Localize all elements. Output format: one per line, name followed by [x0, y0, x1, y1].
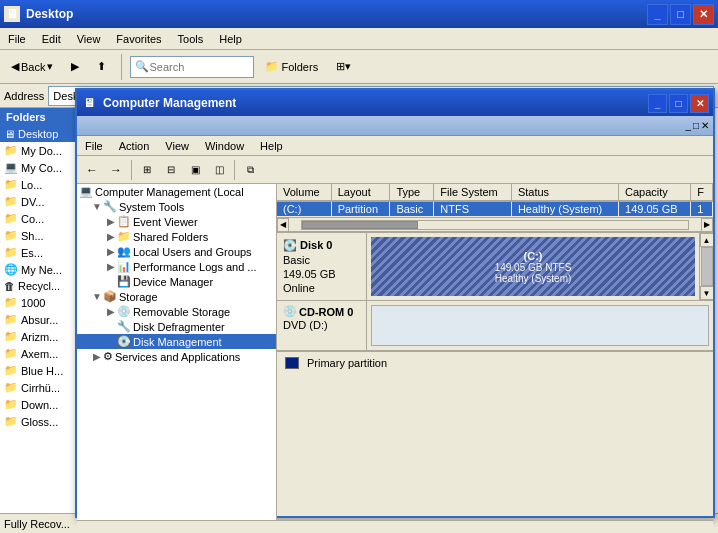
tree-shared-folders-label: Shared Folders: [133, 231, 208, 243]
sidebar-item-myne[interactable]: 🌐 My Ne...: [0, 261, 87, 278]
back-label: Back: [21, 61, 45, 73]
cm-toolbar-btn2[interactable]: ⊟: [160, 159, 182, 181]
cm-toolbar-btn4[interactable]: ◫: [208, 159, 230, 181]
vscroll-down-button[interactable]: ▼: [700, 286, 714, 300]
expand-icon: ▼: [91, 201, 103, 212]
volume-table-area: Volume Layout Type File System Status Ca…: [277, 184, 713, 217]
cm-right-panel: Volume Layout Type File System Status Ca…: [277, 184, 713, 520]
explorer-menu-edit[interactable]: Edit: [34, 31, 69, 47]
disk-0-partition[interactable]: (C:) 149.05 GB NTFS Healthy (System): [371, 237, 695, 296]
cm-inner-minimize[interactable]: _: [685, 120, 691, 131]
cm-toolbar-btn3[interactable]: ▣: [184, 159, 206, 181]
explorer-maximize-button[interactable]: □: [670, 4, 691, 25]
sidebar-item-blueh[interactable]: 📁 Blue H...: [0, 362, 87, 379]
folders-label: Folders: [281, 61, 318, 73]
cm-toolbar-btn5[interactable]: ⧉: [239, 159, 261, 181]
tree-event-viewer[interactable]: ▶ 📋 Event Viewer: [77, 214, 276, 229]
arizm-icon: 📁: [4, 330, 18, 343]
tree-perf-logs[interactable]: ▶ 📊 Performance Logs and ...: [77, 259, 276, 274]
sidebar-item-es[interactable]: 📁 Es...: [0, 244, 87, 261]
tree-disk-management-label: Disk Management: [133, 336, 222, 348]
explorer-menu-help[interactable]: Help: [211, 31, 250, 47]
disk-0-label: 💽 Disk 0 Basic 149.05 GB Online: [277, 233, 367, 300]
search-icon: 🔍: [135, 60, 149, 73]
scroll-thumb[interactable]: [302, 221, 418, 229]
cdrom-icon: 💿: [283, 305, 297, 318]
up-arrow-icon: ⬆: [97, 60, 106, 73]
cm-inner-close[interactable]: ✕: [701, 120, 709, 131]
cm-menu-window[interactable]: Window: [197, 138, 252, 154]
sidebar-item-absur[interactable]: 📁 Absur...: [0, 311, 87, 328]
sidebar-sh-label: Sh...: [21, 230, 44, 242]
back-dropdown-icon: ▾: [47, 60, 53, 73]
sidebar-item-dv[interactable]: 📁 DV...: [0, 193, 87, 210]
back-arrow-icon: ◀: [11, 60, 19, 73]
tree-local-users[interactable]: ▶ 👥 Local Users and Groups: [77, 244, 276, 259]
col-volume: Volume: [277, 184, 331, 201]
forward-button[interactable]: ▶: [64, 57, 86, 76]
back-button[interactable]: ◀ Back ▾: [4, 57, 60, 76]
scroll-track[interactable]: [301, 220, 689, 230]
disk-diagram: 💽 Disk 0 Basic 149.05 GB Online (C:) 149…: [277, 231, 713, 391]
sidebar-item-recycle[interactable]: 🗑 Recycl...: [0, 278, 87, 294]
cm-menu-file[interactable]: File: [77, 138, 111, 154]
up-button[interactable]: ⬆: [90, 57, 113, 76]
sidebar-item-down[interactable]: 📁 Down...: [0, 396, 87, 413]
folders-button[interactable]: 📁 Folders: [258, 57, 325, 76]
cdrom-label: 💿 CD-ROM 0 DVD (D:): [277, 301, 367, 350]
horizontal-scrollbar[interactable]: ◀ ▶: [277, 217, 713, 231]
sidebar-down-label: Down...: [21, 399, 58, 411]
cm-toolbar-sep1: [131, 160, 132, 180]
storage-icon: 📦: [103, 290, 117, 303]
tree-disk-management[interactable]: 💽 Disk Management: [77, 334, 276, 349]
tree-removable[interactable]: ▶ 💿 Removable Storage: [77, 304, 276, 319]
cm-menu-action[interactable]: Action: [111, 138, 158, 154]
scroll-left-button[interactable]: ◀: [277, 218, 289, 232]
cm-menu-view[interactable]: View: [157, 138, 197, 154]
sidebar-item-sh[interactable]: 📁 Sh...: [0, 227, 87, 244]
sh-icon: 📁: [4, 229, 18, 242]
tree-disk-defrag-label: Disk Defragmenter: [133, 321, 225, 333]
tree-shared-folders[interactable]: ▶ 📁 Shared Folders: [77, 229, 276, 244]
scroll-right-button[interactable]: ▶: [701, 218, 713, 232]
search-input[interactable]: [149, 61, 249, 73]
explorer-close-button[interactable]: ✕: [693, 4, 714, 25]
cm-back-button[interactable]: ←: [81, 159, 103, 181]
tree-root[interactable]: 💻 Computer Management (Local: [77, 184, 276, 199]
sidebar-item-axem[interactable]: 📁 Axem...: [0, 345, 87, 362]
disk-defrag-icon: 🔧: [117, 320, 131, 333]
vscroll-up-button[interactable]: ▲: [700, 233, 714, 247]
explorer-menu-tools[interactable]: Tools: [170, 31, 212, 47]
cm-inner-maximize[interactable]: □: [693, 120, 699, 131]
cm-maximize-button[interactable]: □: [669, 94, 688, 113]
cm-toolbar-btn1[interactable]: ⊞: [136, 159, 158, 181]
cm-minimize-button[interactable]: _: [648, 94, 667, 113]
sidebar-item-mycomp[interactable]: 💻 My Co...: [0, 159, 87, 176]
sidebar-item-gloss[interactable]: 📁 Gloss...: [0, 413, 87, 430]
explorer-minimize-button[interactable]: _: [647, 4, 668, 25]
perf-logs-icon: 📊: [117, 260, 131, 273]
cm-menu-help[interactable]: Help: [252, 138, 291, 154]
cm-forward-button[interactable]: →: [105, 159, 127, 181]
cm-close-button[interactable]: ✕: [690, 94, 709, 113]
tree-system-tools[interactable]: ▼ 🔧 System Tools: [77, 199, 276, 214]
tree-device-manager[interactable]: 💾 Device Manager: [77, 274, 276, 289]
sidebar-item-lo[interactable]: 📁 Lo...: [0, 176, 87, 193]
tree-services-label: Services and Applications: [115, 351, 240, 363]
shared-folders-icon: 📁: [117, 230, 131, 243]
sidebar-item-mydocs[interactable]: 📁 My Do...: [0, 142, 87, 159]
tree-services[interactable]: ▶ ⚙ Services and Applications: [77, 349, 276, 364]
explorer-menu-favorites[interactable]: Favorites: [108, 31, 169, 47]
views-button[interactable]: ⊞▾: [329, 57, 358, 76]
sidebar-item-cirrhu[interactable]: 📁 Cirrhü...: [0, 379, 87, 396]
col-layout: Layout: [331, 184, 390, 201]
table-row-c[interactable]: (C:) Partition Basic NTFS Healthy (Syste…: [277, 201, 713, 217]
tree-storage[interactable]: ▼ 📦 Storage: [77, 289, 276, 304]
sidebar-item-1000[interactable]: 📁 1000: [0, 294, 87, 311]
sidebar-item-co[interactable]: 📁 Co...: [0, 210, 87, 227]
tree-disk-defrag[interactable]: 🔧 Disk Defragmenter: [77, 319, 276, 334]
explorer-menu-file[interactable]: File: [0, 31, 34, 47]
explorer-menu-view[interactable]: View: [69, 31, 109, 47]
sidebar-item-arizm[interactable]: 📁 Arizm...: [0, 328, 87, 345]
sidebar-item-desktop[interactable]: 🖥 Desktop: [0, 126, 87, 142]
